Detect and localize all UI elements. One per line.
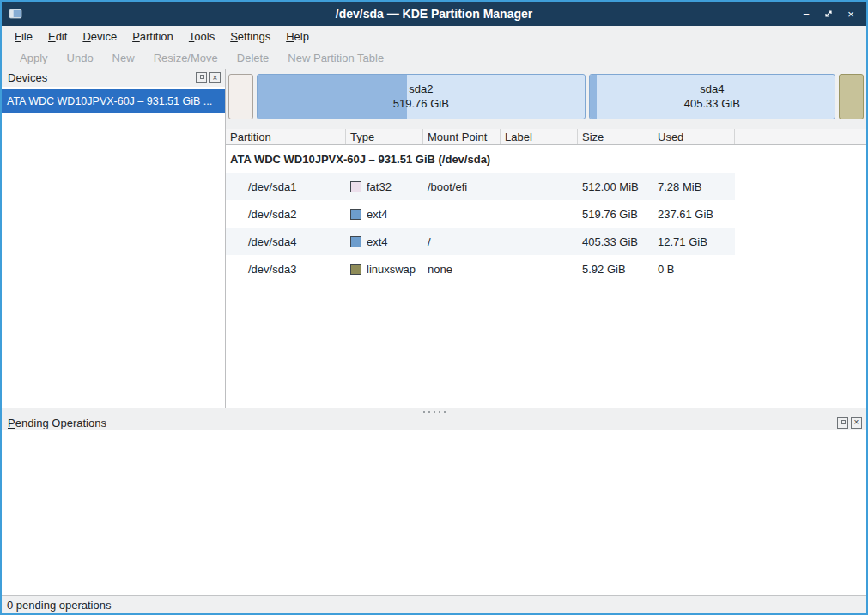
partition-bar: sda2 519.76 GiB sda4 405.33 GiB [228,74,864,119]
minimize-icon[interactable]: − [799,7,813,21]
apply-button[interactable]: Apply [10,48,58,68]
close-icon[interactable]: × [844,7,858,21]
menu-help[interactable]: Help [278,27,317,46]
column-header-size[interactable]: Size [578,129,653,144]
cell-partition: /dev/sda4 [226,235,346,248]
table-row[interactable]: /dev/sda3 linuxswap none 5.92 GiB 0 B [226,255,735,283]
delete-button[interactable]: Delete [228,48,279,68]
cell-type: fat32 [367,180,392,193]
window-title: /dev/sda — KDE Partition Manager [2,7,866,21]
menu-edit[interactable]: Edit [40,27,75,46]
used-space-overlay [258,75,407,119]
table-row[interactable]: /dev/sda1 fat32 /boot/efi 512.00 MiB 7.2… [226,173,735,200]
toolbar: Apply Undo New Resize/Move Delete New Pa… [2,46,866,69]
fs-color-swatch [350,264,361,275]
partition-segment-sda4[interactable]: sda4 405.33 GiB [589,74,835,119]
cell-size: 5.92 GiB [578,263,653,276]
device-list: ATA WDC WD10JPVX-60J – 931.51 GiB ... [2,87,225,408]
new-button[interactable]: New [103,48,144,68]
cell-size: 405.33 GiB [578,235,653,248]
devices-panel-header: Devices × [2,69,225,87]
partition-view: sda2 519.76 GiB sda4 405.33 GiB [226,69,866,408]
splitter-handle[interactable] [2,408,866,415]
column-header-used[interactable]: Used [653,129,735,144]
kde-partition-manager-window: /dev/sda — KDE Partition Manager − × Fil… [0,0,868,615]
segment-size: 519.76 GiB [393,97,449,112]
menubar: File Edit Device Partition Tools Setting… [2,26,866,46]
cell-type: ext4 [367,208,388,221]
device-item-selected[interactable]: ATA WDC WD10JPVX-60J – 931.51 GiB ... [2,89,225,113]
column-header-label[interactable]: Label [501,129,578,144]
undo-button[interactable]: Undo [58,48,103,68]
cell-partition: /dev/sda3 [226,263,346,276]
segment-name: sda2 [393,82,449,97]
float-panel-icon[interactable] [196,72,207,83]
segment-size: 405.33 GiB [684,97,740,112]
table-header: Partition Type Mount Point Label Size Us… [226,129,866,145]
menu-partition[interactable]: Partition [124,27,181,46]
cell-size: 519.76 GiB [578,208,653,221]
float-panel-icon-inner [841,420,846,424]
titlebar[interactable]: /dev/sda — KDE Partition Manager − × [2,2,866,26]
cell-used: 0 B [653,263,735,276]
status-text: 0 pending operations [7,599,111,612]
window-controls: − × [799,7,866,21]
column-header-mount-point[interactable]: Mount Point [423,129,501,144]
menu-settings[interactable]: Settings [222,27,278,46]
device-group-row[interactable]: ATA WDC WD10JPVX-60J – 931.51 GiB (/dev/… [226,145,866,173]
resize-move-button[interactable]: Resize/Move [144,48,228,68]
app-icon [9,7,22,21]
partition-segment-sda3[interactable] [839,74,864,119]
column-header-filler [735,129,866,144]
new-partition-table-button[interactable]: New Partition Table [278,48,393,68]
main-area: Devices × ATA WDC WD10JPVX-60J – 931.51 … [2,69,866,408]
cell-type: linuxswap [367,263,416,276]
used-space-overlay [590,75,598,119]
float-panel-icon-inner [200,75,204,79]
close-panel-icon[interactable]: × [209,72,221,83]
pending-operations-header: Pending Operations × [2,415,866,430]
partition-table: Partition Type Mount Point Label Size Us… [226,129,866,408]
close-panel-icon[interactable]: × [851,417,862,429]
cell-used: 237.61 GiB [653,208,735,221]
menu-device[interactable]: Device [75,27,124,46]
column-header-partition[interactable]: Partition [226,129,346,144]
cell-mount-point: none [423,263,501,276]
devices-panel-title: Devices [8,71,47,84]
partition-bar-area: sda2 519.76 GiB sda4 405.33 GiB [226,69,866,120]
maximize-icon[interactable] [822,7,835,21]
table-row[interactable]: /dev/sda4 ext4 / 405.33 GiB 12.71 GiB [226,228,735,255]
menu-tools[interactable]: Tools [181,27,222,46]
cell-size: 512.00 MiB [578,180,653,193]
partition-segment-sda2[interactable]: sda2 519.76 GiB [257,74,586,119]
segment-name: sda4 [684,82,740,97]
table-row[interactable]: /dev/sda2 ext4 519.76 GiB 237.61 GiB [226,200,735,228]
partition-segment-sda1[interactable] [228,74,253,119]
cell-used: 12.71 GiB [653,235,735,248]
pending-operations-list [2,430,866,595]
fs-color-swatch [350,181,361,192]
menu-file[interactable]: File [7,27,40,46]
column-header-type[interactable]: Type [346,129,423,144]
cell-type: ext4 [367,235,388,248]
cell-partition: /dev/sda1 [226,180,346,193]
cell-partition: /dev/sda2 [226,208,346,221]
pending-operations-title: Pending Operations [8,417,106,429]
cell-mount-point: /boot/efi [423,180,501,193]
float-panel-icon[interactable] [837,417,848,429]
statusbar: 0 pending operations [2,595,866,613]
cell-used: 7.28 MiB [653,180,735,193]
table-body: ATA WDC WD10JPVX-60J – 931.51 GiB (/dev/… [226,145,866,408]
devices-panel: Devices × ATA WDC WD10JPVX-60J – 931.51 … [2,69,226,408]
fs-color-swatch [350,236,361,247]
cell-mount-point: / [423,235,501,248]
splitter-grip [423,411,446,413]
fs-color-swatch [350,209,361,220]
